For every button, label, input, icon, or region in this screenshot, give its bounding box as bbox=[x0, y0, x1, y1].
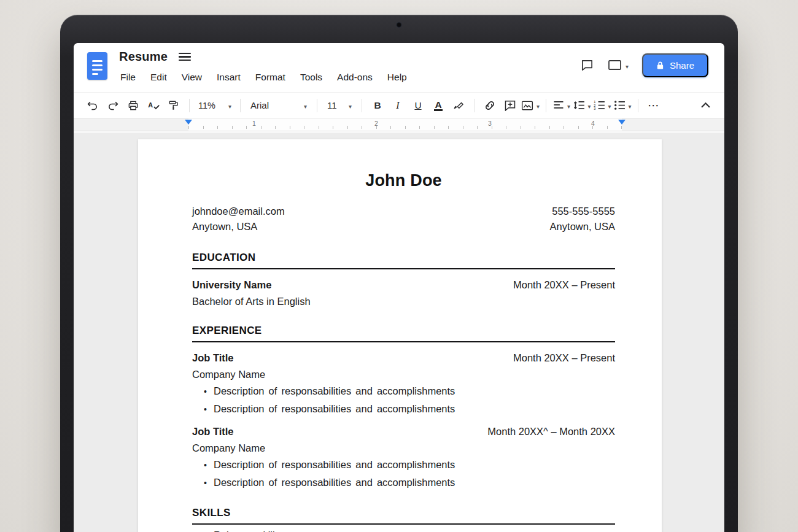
toolbar-divider bbox=[189, 99, 190, 112]
undo-icon bbox=[87, 100, 99, 111]
svg-text:A: A bbox=[148, 101, 153, 108]
menu-hamburger-icon[interactable] bbox=[179, 53, 191, 61]
menu-edit[interactable]: Edit bbox=[150, 72, 167, 83]
left-indent-marker[interactable] bbox=[185, 120, 192, 125]
company-name[interactable]: Company Name bbox=[192, 369, 615, 380]
contact-city-left[interactable]: Anytown, USA bbox=[192, 219, 285, 234]
contact-city-right[interactable]: Anytown, USA bbox=[550, 219, 615, 234]
webcam-dot bbox=[397, 22, 402, 28]
print-icon bbox=[127, 99, 139, 112]
print-button[interactable] bbox=[124, 96, 142, 115]
ruler-number: 2 bbox=[374, 120, 378, 127]
job-title[interactable]: Job Title bbox=[192, 426, 234, 438]
lock-icon bbox=[656, 61, 664, 70]
comments-button[interactable] bbox=[580, 58, 594, 72]
job-date[interactable]: Month 20XX – Present bbox=[513, 352, 615, 364]
section-heading-skills[interactable]: SKILLS bbox=[192, 507, 615, 525]
menu-insert[interactable]: Insart bbox=[217, 72, 241, 83]
toolbar-divider bbox=[546, 99, 546, 112]
docs-app-icon[interactable] bbox=[87, 52, 107, 80]
share-button[interactable]: Share bbox=[642, 53, 708, 77]
right-indent-marker[interactable] bbox=[618, 120, 626, 125]
line-spacing-button[interactable] bbox=[573, 96, 591, 115]
document-page[interactable]: John Doe johndoe@email.com Anytown, USA … bbox=[138, 139, 662, 532]
ruler-number: 3 bbox=[488, 120, 492, 127]
section-heading-experience[interactable]: EXPERIENCE bbox=[192, 325, 615, 342]
highlight-button[interactable] bbox=[449, 96, 468, 115]
education-date[interactable]: Month 20XX – Present bbox=[513, 279, 615, 291]
align-button[interactable] bbox=[552, 96, 571, 115]
font-size-select[interactable]: 11 bbox=[323, 96, 355, 115]
menu-bar: File Edit View Insart Format Tools Add-o… bbox=[120, 72, 407, 83]
svg-text:3: 3 bbox=[594, 107, 595, 110]
collapse-toolbar-button[interactable] bbox=[696, 96, 715, 115]
numbered-list-button[interactable]: 123 bbox=[593, 96, 611, 115]
document-title[interactable]: Resume bbox=[119, 50, 168, 64]
job-bullet[interactable]: Description of responsabilities and acco… bbox=[192, 403, 615, 416]
bold-button[interactable]: B bbox=[368, 96, 387, 115]
job-title[interactable]: Job Title bbox=[192, 352, 234, 364]
more-options-button[interactable] bbox=[645, 96, 663, 115]
toolbar-divider bbox=[240, 99, 241, 112]
contact-email[interactable]: johndoe@email.com bbox=[192, 204, 285, 219]
section-heading-education[interactable]: EDUCATION bbox=[192, 252, 615, 269]
caret-down-icon bbox=[304, 100, 307, 110]
job-bullet[interactable]: Description of responsabilities and acco… bbox=[192, 385, 615, 398]
bulleted-list-button[interactable] bbox=[613, 96, 632, 115]
present-button[interactable] bbox=[608, 60, 629, 71]
company-name[interactable]: Company Name bbox=[192, 442, 615, 454]
hamburger-bar bbox=[179, 56, 191, 57]
contact-phone[interactable]: 555-555-5555 bbox=[550, 204, 615, 219]
job-block: Job Title Month 20XX^ – Month 20XX Compa… bbox=[192, 426, 615, 490]
paint-format-button[interactable] bbox=[165, 96, 183, 115]
comment-plus-icon bbox=[504, 99, 516, 111]
insert-link-button[interactable] bbox=[481, 96, 499, 115]
line-spacing-icon bbox=[573, 101, 585, 110]
horizontal-ruler[interactable]: 1 2 3 4 bbox=[74, 118, 724, 131]
align-left-icon bbox=[553, 101, 564, 110]
bullet-text: Description of responsabilities and acco… bbox=[214, 459, 455, 472]
job-bullet[interactable]: Description of responsabilities and acco… bbox=[192, 459, 615, 472]
menu-view[interactable]: View bbox=[182, 72, 202, 83]
image-icon bbox=[521, 100, 533, 111]
resume-name[interactable]: John Doe bbox=[192, 171, 615, 190]
school-name[interactable]: University Name bbox=[192, 279, 271, 291]
text-color-button[interactable]: A bbox=[429, 96, 447, 115]
docs-icon-line bbox=[92, 69, 103, 71]
hamburger-bar bbox=[179, 60, 191, 61]
menu-file[interactable]: File bbox=[120, 72, 136, 83]
redo-button[interactable] bbox=[104, 96, 122, 115]
header-actions: Share bbox=[580, 53, 708, 77]
docs-icon-line bbox=[92, 73, 98, 75]
job-title-row: Job Title Month 20XX^ – Month 20XX bbox=[192, 426, 615, 438]
bullet-text: Description of responsabilities and acco… bbox=[214, 403, 455, 416]
insert-comment-button[interactable] bbox=[501, 96, 519, 115]
spellcheck-button[interactable]: A bbox=[144, 96, 163, 115]
highlighter-icon bbox=[452, 99, 465, 112]
docs-icon-line bbox=[92, 60, 103, 62]
degree-line[interactable]: Bachelor of Arts in English bbox=[192, 296, 615, 307]
toolbar-divider bbox=[362, 99, 362, 112]
menu-tools[interactable]: Tools bbox=[300, 72, 322, 83]
caret-down-icon bbox=[349, 100, 352, 110]
paint-roller-icon bbox=[168, 99, 179, 112]
zoom-select[interactable]: 11% bbox=[196, 96, 234, 115]
ruler-number: 1 bbox=[252, 120, 256, 127]
insert-image-button[interactable] bbox=[521, 96, 540, 115]
link-icon bbox=[483, 99, 497, 112]
menu-addons[interactable]: Add-ons bbox=[337, 72, 373, 83]
menu-format[interactable]: Format bbox=[255, 72, 285, 83]
job-date[interactable]: Month 20XX^ – Month 20XX bbox=[487, 426, 615, 438]
italic-button[interactable]: I bbox=[389, 96, 407, 115]
caret-down-icon bbox=[228, 101, 231, 110]
menu-help[interactable]: Help bbox=[387, 72, 407, 83]
underline-button[interactable]: U bbox=[409, 96, 427, 115]
bullet-text: Description of responsabilities and acco… bbox=[214, 477, 455, 490]
bullet-text: Description of responsabilities and acco… bbox=[214, 385, 455, 398]
font-family-select[interactable]: Arial bbox=[247, 96, 311, 115]
formatting-toolbar: A 11% Arial 11 B I U bbox=[74, 92, 724, 118]
undo-button[interactable] bbox=[83, 96, 102, 115]
job-bullet[interactable]: Description of responsabilities and acco… bbox=[192, 477, 615, 490]
redo-icon bbox=[107, 100, 119, 111]
skill-bullet[interactable]: Relevant skill bbox=[192, 530, 615, 532]
